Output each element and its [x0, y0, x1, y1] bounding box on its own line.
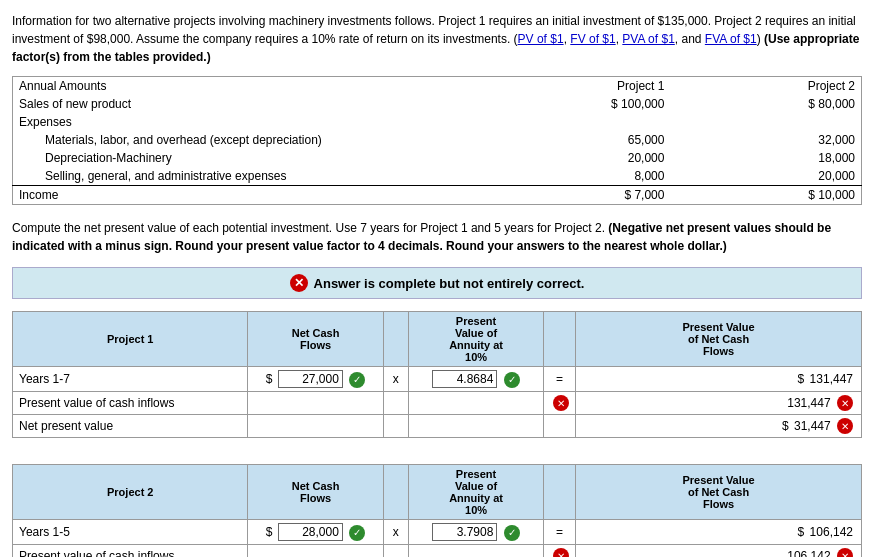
project1-npv-value: 31,447 — [794, 419, 831, 433]
project1-pv-inflows-error: ✕ — [553, 395, 569, 411]
project2-section: Project 2 Net CashFlows PresentValue ofA… — [12, 464, 862, 557]
intro-paragraph: Information for two alternative projects… — [12, 12, 862, 66]
project2-pvfactor-input[interactable]: 3.7908 — [432, 523, 497, 541]
table-row: Expenses — [13, 113, 862, 131]
project2-pv-inflows-netcash — [248, 545, 383, 558]
project2-label-header: Project 2 — [13, 465, 248, 520]
project2-years-label: Years 1-5 — [13, 520, 248, 545]
project1-x-header — [383, 312, 408, 367]
project2-x-header — [383, 465, 408, 520]
project2-years-netcash: $ 28,000 ✓ — [248, 520, 383, 545]
project1-pv-header: PresentValue ofAnnuity at10% — [408, 312, 543, 367]
project2-result-value: 106,142 — [810, 525, 853, 539]
project1-x-cell: x — [383, 367, 408, 392]
project2-pv-header: PresentValue ofAnnuity at10% — [408, 465, 543, 520]
project1-npv-netcash — [248, 415, 383, 438]
annual-label-header: Annual Amounts — [13, 77, 480, 96]
project2-pv-inflows-factor — [408, 545, 543, 558]
project1-result-cell: $ 131,447 — [576, 367, 862, 392]
project2-pvfactor-check: ✓ — [504, 525, 520, 541]
project2-pv-inflows-x — [383, 545, 408, 558]
annual-amounts-table: Annual Amounts Project 1 Project 2 Sales… — [12, 76, 862, 205]
project2-result-cell: $ 106,142 — [576, 520, 862, 545]
project2-years-row: Years 1-5 $ 28,000 ✓ x 3.7908 ✓ = $ 106,… — [13, 520, 862, 545]
project1-result-header: Present Valueof Net CashFlows — [576, 312, 862, 367]
project1-pv-inflows-eq: ✕ — [544, 392, 576, 415]
project2-eq-cell: = — [544, 520, 576, 545]
project1-npv-eq — [544, 415, 576, 438]
project2-pv-inflows-label: Present value of cash inflows — [13, 545, 248, 558]
project1-result-value: 131,447 — [810, 372, 853, 386]
project1-netcash-input[interactable]: 27,000 — [278, 370, 343, 388]
project1-npv-result: $ 31,447 ✕ — [576, 415, 862, 438]
project2-result-header: Present Valueof Net CashFlows — [576, 465, 862, 520]
project2-pv-inflows-eq: ✕ — [544, 545, 576, 558]
fv-link[interactable]: FV of $1 — [570, 32, 615, 46]
project2-pv-inflows-result-error: ✕ — [837, 548, 853, 557]
project1-pvfactor-check: ✓ — [504, 372, 520, 388]
project1-pv-inflows-value: 131,447 — [787, 396, 830, 410]
project1-pvfactor-input[interactable]: 4.8684 — [432, 370, 497, 388]
project2-pv-inflows-value: 106,142 — [787, 549, 830, 558]
project1-npv-factor — [408, 415, 543, 438]
project1-npv-error: ✕ — [837, 418, 853, 434]
project1-npv-row: Net present value $ 31,447 ✕ — [13, 415, 862, 438]
banner-error-icon: ✕ — [290, 274, 308, 292]
project2-pv-inflows-error: ✕ — [553, 548, 569, 557]
table-row: Selling, general, and administrative exp… — [13, 167, 862, 186]
project1-years-label: Years 1-7 — [13, 367, 248, 392]
project2-netcash-input[interactable]: 28,000 — [278, 523, 343, 541]
project2-pv-inflows-row: Present value of cash inflows ✕ 106,142 … — [13, 545, 862, 558]
project1-npv-x — [383, 415, 408, 438]
project1-pv-inflows-row: Present value of cash inflows ✕ 131,447 … — [13, 392, 862, 415]
project1-pv-inflows-x — [383, 392, 408, 415]
project1-netcash-check: ✓ — [349, 372, 365, 388]
project2-netcash-header: Net CashFlows — [248, 465, 383, 520]
table-row: Income $ 7,000 $ 10,000 — [13, 186, 862, 205]
project1-pvfactor: 4.8684 ✓ — [408, 367, 543, 392]
project1-table: Project 1 Net CashFlows PresentValue ofA… — [12, 311, 862, 438]
banner-text: Answer is complete but not entirely corr… — [314, 276, 585, 291]
project1-npv-label: Net present value — [13, 415, 248, 438]
project1-pv-inflows-label: Present value of cash inflows — [13, 392, 248, 415]
project1-section: Project 1 Net CashFlows PresentValue ofA… — [12, 311, 862, 438]
table-row: Sales of new product $ 100,000 $ 80,000 — [13, 95, 862, 113]
project1-pv-inflows-netcash — [248, 392, 383, 415]
answer-banner: ✕ Answer is complete but not entirely co… — [12, 267, 862, 299]
instruction-normal: Compute the net present value of each po… — [12, 221, 608, 235]
project1-eq-header — [544, 312, 576, 367]
section-spacer — [12, 454, 862, 464]
project1-label-header: Project 1 — [13, 312, 248, 367]
project2-eq-header — [544, 465, 576, 520]
project1-pv-inflows-result-error: ✕ — [837, 395, 853, 411]
table-row: Materials, labor, and overhead (except d… — [13, 131, 862, 149]
pva-link[interactable]: PVA of $1 — [622, 32, 674, 46]
project2-pv-inflows-result: 106,142 ✕ — [576, 545, 862, 558]
project2-x-cell: x — [383, 520, 408, 545]
project2-table: Project 2 Net CashFlows PresentValue ofA… — [12, 464, 862, 557]
project1-netcash-header: Net CashFlows — [248, 312, 383, 367]
instruction-text: Compute the net present value of each po… — [12, 219, 862, 255]
project1-pv-inflows-factor — [408, 392, 543, 415]
project1-header: Project 1 — [479, 77, 670, 96]
project2-header: Project 2 — [670, 77, 861, 96]
project2-netcash-check: ✓ — [349, 525, 365, 541]
project1-pv-inflows-result: 131,447 ✕ — [576, 392, 862, 415]
pv-link[interactable]: PV of $1 — [518, 32, 564, 46]
project1-years-row: Years 1-7 $ 27,000 ✓ x 4.8684 ✓ = $ 131,… — [13, 367, 862, 392]
project2-pvfactor: 3.7908 ✓ — [408, 520, 543, 545]
fva-link[interactable]: FVA of $1 — [705, 32, 757, 46]
project1-years-netcash: $ 27,000 ✓ — [248, 367, 383, 392]
project1-eq-cell: = — [544, 367, 576, 392]
table-row: Depreciation-Machinery 20,000 18,000 — [13, 149, 862, 167]
